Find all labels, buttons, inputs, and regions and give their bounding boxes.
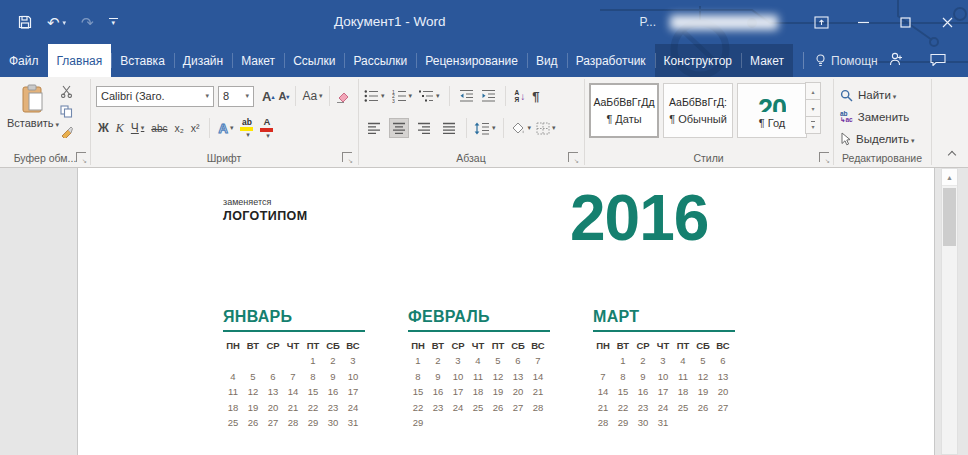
bullets-icon[interactable]: [364, 89, 385, 103]
group-divider: [931, 79, 932, 165]
underline-button[interactable]: Ч: [131, 121, 145, 135]
align-right-icon[interactable]: [414, 118, 434, 138]
date-cell: 21: [593, 400, 613, 416]
date-cell: 16: [323, 384, 343, 400]
find-button[interactable]: Найти: [840, 85, 896, 105]
day-header-cell: ПТ: [488, 338, 508, 353]
comments-icon[interactable]: [930, 53, 946, 69]
increase-indent-icon[interactable]: [481, 89, 496, 103]
shading-bucket-icon[interactable]: [511, 122, 532, 135]
bold-button[interactable]: Ж: [98, 121, 109, 135]
font-color-button[interactable]: А: [260, 117, 273, 139]
style-card-2[interactable]: АаБбВвГгД:¶ Обычный: [663, 83, 733, 138]
date-cell: 5: [693, 353, 713, 369]
format-painter-icon[interactable]: [60, 125, 73, 138]
maximize-button[interactable]: [884, 0, 926, 44]
scrollbar-thumb[interactable]: [943, 188, 956, 246]
borders-icon[interactable]: [536, 122, 556, 135]
tab-разработчик[interactable]: Разработчик: [567, 44, 655, 77]
justify-icon[interactable]: [439, 118, 459, 138]
vertical-scrollbar[interactable]: ▲: [941, 168, 958, 455]
select-button[interactable]: Выделить: [840, 129, 915, 149]
undo-icon[interactable]: ↶▾: [47, 15, 66, 30]
ribbon-display-options-icon[interactable]: [800, 0, 842, 44]
font-size-caret-icon[interactable]: ▾: [245, 92, 249, 100]
tab-макет[interactable]: Макет: [741, 44, 793, 77]
styles-scroll-up-icon[interactable]: ▴: [805, 82, 821, 100]
styles-scroll-down-icon[interactable]: ▾: [805, 99, 821, 117]
paste-button[interactable]: Вставить: [8, 84, 58, 156]
tab-рассылки[interactable]: Рассылки: [344, 44, 416, 77]
tab-файл[interactable]: Файл: [0, 44, 48, 77]
paragraph-dialog-launcher-icon[interactable]: [568, 152, 578, 162]
styles-dialog-launcher-icon[interactable]: [819, 152, 829, 162]
month-grid: ПНВТСРЧТПТСБВС12345678910111213141516171…: [223, 338, 373, 431]
font-family-combo[interactable]: Calibri (Заго. ▾: [96, 86, 214, 107]
date-cell: [673, 415, 693, 431]
tab-главная[interactable]: Главная: [48, 44, 112, 77]
multilevel-list-icon[interactable]: [419, 89, 440, 103]
font-size-combo[interactable]: 8 ▾: [218, 86, 254, 107]
day-header-cell: ЧТ: [653, 338, 673, 353]
copy-icon[interactable]: [60, 105, 73, 118]
align-center-icon[interactable]: [389, 118, 409, 138]
numbering-icon[interactable]: 123: [392, 89, 413, 103]
tab-вид[interactable]: Вид: [527, 44, 567, 77]
font-dialog-launcher-icon[interactable]: [342, 152, 352, 162]
italic-button[interactable]: К: [116, 121, 124, 136]
month-grid: ПНВТСРЧТПТСБВС12345678910111213141516171…: [408, 338, 558, 431]
tab-конструктор[interactable]: Конструктор: [655, 44, 741, 77]
show-marks-pilcrow-button[interactable]: ¶: [532, 89, 539, 104]
assistant-tab[interactable]: Помощн: [803, 44, 878, 77]
superscript-button[interactable]: x²: [191, 122, 200, 134]
date-cell: 29: [303, 415, 323, 431]
close-button[interactable]: [926, 0, 968, 44]
tab-макет[interactable]: Макет: [232, 44, 284, 77]
text-effects-button[interactable]: А: [219, 121, 234, 136]
tab-вставка[interactable]: Вставка: [111, 44, 174, 77]
sort-icon[interactable]: А Я ↓: [515, 89, 526, 103]
day-header-cell: ЧТ: [283, 338, 303, 353]
date-cell: 3: [448, 353, 468, 369]
replace-button[interactable]: ab↳ac Заменить: [840, 107, 909, 127]
date-cell: 27: [263, 415, 283, 431]
highlight-button[interactable]: ab: [240, 118, 253, 139]
save-icon[interactable]: [18, 15, 32, 29]
title-and-tabs-band: ↶▾ ↷ ▾ Документ1 - Word P...: [0, 0, 968, 77]
shrink-font-button[interactable]: A▾: [278, 90, 289, 102]
strikethrough-button[interactable]: abc: [151, 123, 167, 134]
change-case-button[interactable]: Aa: [302, 89, 322, 103]
separator: [466, 118, 467, 138]
line-spacing-icon[interactable]: [474, 122, 496, 135]
clear-formatting-icon[interactable]: [336, 90, 350, 103]
styles-more-icon[interactable]: ▾: [805, 116, 821, 134]
clipboard-dialog-launcher-icon[interactable]: [76, 152, 86, 162]
tab-ссылки[interactable]: Ссылки: [284, 44, 344, 77]
grow-font-button[interactable]: A▴: [262, 89, 274, 104]
share-icon[interactable]: [888, 52, 904, 69]
undo-caret-icon[interactable]: ▾: [63, 19, 67, 26]
cut-icon[interactable]: [60, 85, 73, 98]
date-cell: 22: [613, 400, 633, 416]
font-family-caret-icon[interactable]: ▾: [205, 92, 209, 100]
align-left-icon[interactable]: [364, 118, 384, 138]
style-card-1[interactable]: АаБбВвГгДд¶ Даты: [589, 83, 659, 138]
document-page[interactable]: заменяется ЛОГОТИПОМ 2016 ЯНВАРЬПНВТСРЧТ…: [77, 168, 935, 455]
date-cell: 4: [223, 369, 243, 385]
day-header-cell: СР: [448, 338, 468, 353]
date-cell: 3: [343, 353, 363, 369]
collapse-ribbon-icon[interactable]: [948, 150, 956, 158]
account-label[interactable]: P...: [640, 15, 656, 29]
decrease-indent-icon[interactable]: [459, 89, 474, 103]
scroll-up-icon[interactable]: ▲: [942, 169, 957, 186]
tab-рецензирование[interactable]: Рецензирование: [416, 44, 527, 77]
customize-quick-access-icon[interactable]: ▾: [109, 18, 118, 26]
style-card-3[interactable]: 20¶ Год: [737, 83, 807, 138]
tab-дизайн[interactable]: Дизайн: [174, 44, 232, 77]
minimize-button[interactable]: [842, 0, 884, 44]
date-cell: 6: [508, 353, 528, 369]
date-cell: 9: [323, 369, 343, 385]
subscript-button[interactable]: x₂: [174, 122, 183, 134]
date-cell: 9: [633, 369, 653, 385]
style-name: ¶ Даты: [606, 113, 641, 125]
